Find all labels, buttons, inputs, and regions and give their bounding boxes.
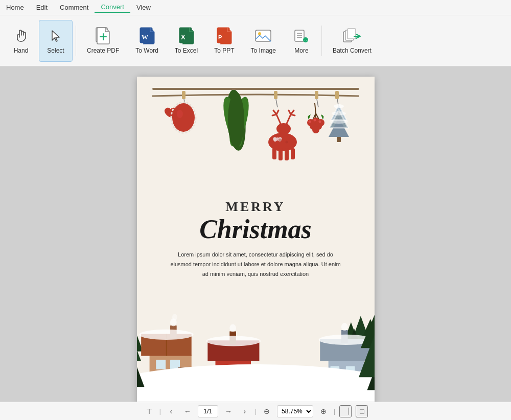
svg-point-46	[278, 138, 282, 142]
svg-point-66	[332, 111, 346, 115]
svg-point-56	[313, 119, 316, 122]
create-pdf-button[interactable]: Create PDF	[79, 20, 127, 62]
create-pdf-icon	[94, 27, 112, 45]
prev-page-button2[interactable]: ←	[181, 405, 194, 417]
toolbar-sep-2	[321, 26, 322, 56]
card-top	[137, 77, 375, 194]
decorations-svg	[137, 77, 375, 194]
snow-scene-svg	[137, 284, 375, 402]
menu-home[interactable]: Home	[0, 3, 30, 12]
status-bar: ⊤ | ‹ ← → › | ⊖ 58.75% 50% 75% 100% 125%…	[0, 402, 511, 420]
prev-page-button[interactable]: ‹	[165, 405, 177, 417]
svg-rect-24	[274, 91, 277, 99]
hand-tool-label: Hand	[14, 47, 29, 54]
batch-convert-button[interactable]: Batch Convert	[325, 20, 379, 62]
to-excel-button[interactable]: X To Excel	[167, 20, 205, 62]
zoom-out-button[interactable]: ⊖	[261, 405, 273, 417]
svg-rect-41	[272, 148, 276, 159]
clothesline	[152, 88, 359, 90]
svg-point-84	[172, 314, 177, 321]
zoom-select[interactable]: 58.75% 50% 75% 100% 125% 150%	[277, 405, 313, 417]
select-tool-button[interactable]: Select	[39, 20, 73, 62]
to-image-icon	[254, 27, 272, 45]
svg-rect-11	[295, 30, 304, 41]
svg-rect-25	[315, 91, 318, 99]
svg-point-57	[318, 121, 321, 123]
to-ppt-label: To PPT	[214, 47, 234, 54]
select-icon	[47, 27, 65, 45]
to-ppt-icon: P	[215, 27, 234, 45]
card-bottom	[137, 284, 375, 402]
nav-sep-2: |	[255, 408, 257, 415]
christmas-text: Christmas	[162, 215, 349, 244]
to-image-button[interactable]: To Image	[243, 20, 284, 62]
hand-icon	[12, 27, 30, 45]
next-page-button[interactable]: →	[222, 405, 235, 417]
svg-rect-22	[182, 91, 185, 99]
fit-page-button[interactable]: ⎹	[339, 405, 352, 417]
menu-comment[interactable]: Comment	[54, 3, 95, 12]
svg-point-36	[228, 92, 244, 148]
nav-sep-1: |	[159, 408, 161, 415]
to-word-icon: W	[138, 27, 156, 45]
to-ppt-button[interactable]: P To PPT	[206, 20, 242, 62]
last-page-button[interactable]: ›	[239, 405, 251, 417]
batch-convert-label: Batch Convert	[333, 47, 371, 54]
merry-text: MERRY	[162, 199, 349, 215]
svg-rect-44	[291, 148, 295, 159]
toolbar: Hand Select Create PDF	[0, 15, 511, 66]
zoom-in-button[interactable]: ⊕	[317, 405, 330, 417]
svg-point-30	[177, 110, 183, 118]
svg-rect-26	[335, 91, 339, 99]
svg-point-47	[285, 141, 288, 144]
svg-point-88	[139, 330, 193, 340]
svg-point-65	[334, 104, 344, 108]
fullscreen-button[interactable]: □	[356, 405, 368, 417]
page-number-input[interactable]	[198, 405, 218, 417]
main-content: MERRY Christmas Lorem ipsum dolor sit am…	[0, 66, 511, 402]
svg-point-40	[276, 123, 291, 134]
menu-edit[interactable]: Edit	[30, 3, 54, 12]
menu-convert[interactable]: Convert	[95, 2, 130, 13]
to-word-label: To Word	[135, 47, 158, 54]
svg-point-10	[258, 32, 261, 35]
batch-convert-icon	[343, 27, 361, 45]
svg-rect-42	[278, 148, 283, 160]
svg-rect-9	[256, 30, 271, 41]
menu-bar: Home Edit Comment Convert View	[0, 0, 511, 15]
nav-sep-3: |	[334, 408, 335, 415]
svg-point-100	[341, 323, 347, 331]
to-word-button[interactable]: W To Word	[128, 20, 166, 62]
more-button[interactable]: ··· More	[285, 20, 318, 62]
toolbar-sep-1	[76, 26, 76, 56]
svg-point-96	[206, 336, 260, 346]
menu-view[interactable]: View	[130, 3, 157, 12]
svg-point-55	[308, 121, 311, 123]
svg-rect-19	[347, 29, 356, 39]
lorem-text: Lorem ipsum dolor sit amet, consectetur …	[162, 250, 349, 278]
svg-text:W: W	[142, 33, 148, 41]
select-tool-label: Select	[47, 47, 64, 54]
svg-point-28	[172, 103, 195, 132]
hand-tool-button[interactable]: Hand	[4, 20, 38, 62]
svg-point-92	[229, 324, 236, 332]
more-label: More	[294, 47, 308, 54]
svg-point-67	[330, 120, 348, 124]
first-page-button[interactable]: ⊤	[143, 405, 155, 417]
card-middle: MERRY Christmas Lorem ipsum dolor sit am…	[137, 194, 375, 284]
svg-rect-43	[285, 148, 289, 160]
svg-text:···: ···	[304, 37, 309, 43]
svg-point-54	[312, 126, 319, 133]
svg-text:P: P	[218, 34, 222, 40]
to-excel-icon: X	[177, 27, 196, 45]
more-icon: ···	[292, 27, 311, 45]
to-image-label: To Image	[251, 47, 276, 54]
svg-text:X: X	[181, 33, 185, 41]
to-excel-label: To Excel	[175, 47, 198, 54]
create-pdf-label: Create PDF	[87, 47, 119, 54]
svg-rect-64	[337, 137, 341, 142]
svg-rect-85	[156, 360, 166, 369]
pdf-page: MERRY Christmas Lorem ipsum dolor sit am…	[137, 77, 375, 402]
